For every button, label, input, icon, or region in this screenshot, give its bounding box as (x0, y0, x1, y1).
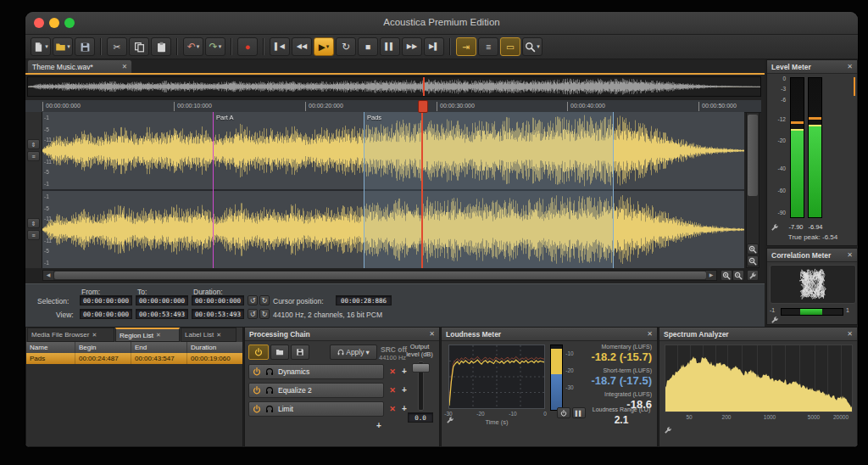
close-icon[interactable]: ✕ (122, 63, 127, 70)
view-undo-button[interactable]: ↺ (248, 309, 258, 319)
document-tab[interactable]: Theme Music.wav* ✕ (27, 59, 132, 73)
vertical-zoom-in-button[interactable] (747, 244, 759, 255)
channel2-zoom-button[interactable]: ⇕ (27, 218, 40, 228)
close-icon[interactable]: ✕ (847, 330, 853, 338)
pause-button[interactable]: ▌▌ (380, 37, 400, 56)
headphones-icon[interactable] (265, 367, 274, 376)
rewind-button[interactable]: ◀◀ (292, 37, 312, 56)
selection-undo-button[interactable]: ↺ (248, 295, 258, 305)
loudness-pause-button[interactable]: ▌▌ (572, 407, 586, 418)
fast-forward-button[interactable]: ▶▶ (402, 37, 422, 56)
copy-button[interactable] (129, 37, 149, 56)
wrench-icon[interactable] (771, 316, 779, 324)
waveform-display[interactable]: -1 -5 -11 -11 -5 -1 -1 -5 -11 -11 -5 -1 … (42, 112, 744, 268)
output-fader-handle[interactable] (412, 363, 430, 373)
selection-tool-button[interactable]: ▭ (500, 37, 520, 56)
column-header[interactable]: End (131, 342, 187, 353)
redo-button[interactable]: ↷▾ (205, 37, 225, 56)
vertical-zoom-out-button[interactable] (747, 255, 759, 266)
view-to-field[interactable]: 00:00:53:493 (136, 309, 188, 319)
zoom-tool-button[interactable]: ▾ (522, 37, 542, 56)
add-plugin-button[interactable]: + (399, 385, 409, 395)
selection-duration-field[interactable]: 00:00:00:000 (192, 295, 244, 305)
close-icon[interactable]: ✕ (92, 332, 97, 339)
timeline-ruler[interactable] (25, 100, 761, 113)
channel1-options-button[interactable]: ≡ (27, 151, 40, 161)
selection-redo-button[interactable]: ↻ (259, 295, 270, 305)
add-plugin-button[interactable]: + (399, 367, 409, 377)
remove-plugin-button[interactable]: ✕ (387, 385, 398, 395)
append-plugin-button[interactable]: + (374, 421, 384, 431)
vertical-scrollbar[interactable] (746, 112, 760, 268)
chain-power-button[interactable] (248, 345, 269, 360)
wrench-icon[interactable] (664, 426, 672, 434)
region-table-body[interactable] (26, 364, 242, 446)
save-chain-button[interactable] (291, 345, 309, 360)
close-icon[interactable]: ✕ (216, 332, 221, 339)
envelope-tool-button[interactable]: ≡ (478, 37, 498, 56)
selection-region[interactable] (364, 112, 614, 268)
view-from-field[interactable]: 00:00:00:000 (80, 309, 132, 319)
zoom-out-button[interactable] (732, 270, 744, 281)
tab-media-file-browser[interactable]: Media File Browser✕ (27, 328, 114, 342)
tab-label-list[interactable]: Label List✕ (181, 328, 236, 342)
go-to-end-button[interactable]: ▶▌ (424, 37, 444, 56)
headphones-icon[interactable] (265, 405, 274, 413)
channel1-zoom-button[interactable]: ⇕ (27, 139, 40, 149)
channel2-options-button[interactable]: ≡ (27, 230, 40, 240)
add-plugin-button[interactable]: + (399, 404, 409, 414)
go-to-start-button[interactable]: ▌◀ (270, 37, 290, 56)
apply-button[interactable]: Apply▾ (330, 345, 377, 360)
remove-plugin-button[interactable]: ✕ (387, 367, 398, 377)
power-icon[interactable] (253, 386, 261, 395)
close-icon[interactable]: ✕ (429, 330, 435, 338)
overview-waveform[interactable] (27, 76, 761, 97)
undo-button[interactable]: ↶▾ (183, 37, 203, 56)
loudness-power-button[interactable] (557, 407, 570, 418)
view-duration-field[interactable]: 00:00:53:493 (192, 309, 244, 319)
overview-waveform-canvas[interactable] (28, 77, 760, 96)
loop-playback-button[interactable]: ↻ (336, 37, 356, 56)
close-icon[interactable]: ✕ (847, 63, 853, 70)
load-chain-button[interactable] (270, 345, 289, 360)
open-file-button[interactable]: ▾ (53, 37, 73, 56)
chain-item-dynamics[interactable]: Dynamics (248, 364, 384, 379)
new-file-button[interactable]: ▾ (31, 37, 51, 56)
vertical-scrollbar-thumb[interactable] (748, 115, 758, 196)
record-button[interactable]: ● (237, 37, 258, 56)
horizontal-scrollbar-thumb[interactable] (54, 272, 706, 279)
chain-item-equalize2[interactable]: Equalize 2 (248, 383, 384, 398)
power-icon[interactable] (253, 367, 261, 376)
power-icon[interactable] (253, 405, 261, 413)
play-button[interactable]: ▶▾ (314, 37, 334, 56)
column-header[interactable]: Begin (75, 342, 131, 353)
output-level-value[interactable]: 0.0 (408, 412, 433, 423)
selection-from-field[interactable]: 00:00:00:000 (80, 295, 132, 305)
paste-button[interactable] (151, 37, 171, 56)
wrench-icon[interactable] (446, 416, 454, 424)
cut-button[interactable]: ✂ (107, 37, 127, 56)
scroll-right-button[interactable]: ▶ (706, 271, 716, 280)
snap-tool-button[interactable]: ⇥ (456, 37, 476, 56)
headphones-icon[interactable] (265, 386, 274, 395)
region-row-pads[interactable]: Pads 00:00:24:487 00:00:43:547 00:00:19:… (26, 353, 242, 364)
playhead-handle[interactable] (418, 100, 428, 113)
close-icon[interactable]: ✕ (156, 332, 161, 339)
selection-to-field[interactable]: 00:00:00:000 (136, 295, 188, 305)
save-button[interactable] (75, 37, 95, 56)
close-icon[interactable]: ✕ (847, 251, 853, 259)
tab-region-list[interactable]: Region List✕ (115, 328, 180, 342)
scroll-left-button[interactable]: ◀ (43, 271, 53, 280)
cursor-position-field[interactable]: 00:00:28:886 (336, 295, 392, 305)
zoom-in-button[interactable] (721, 270, 732, 281)
wrench-icon[interactable] (771, 223, 779, 232)
column-header[interactable]: Name (26, 342, 75, 353)
view-redo-button[interactable]: ↻ (259, 309, 270, 319)
horizontal-scrollbar[interactable]: ◀ ▶ (42, 270, 717, 281)
chain-item-limit[interactable]: Limit (248, 401, 384, 417)
column-header[interactable]: Duration (187, 342, 242, 353)
close-icon[interactable]: ✕ (647, 330, 653, 338)
stop-button[interactable]: ■ (358, 37, 378, 56)
remove-plugin-button[interactable]: ✕ (387, 404, 398, 414)
zoom-settings-button[interactable] (747, 270, 759, 281)
